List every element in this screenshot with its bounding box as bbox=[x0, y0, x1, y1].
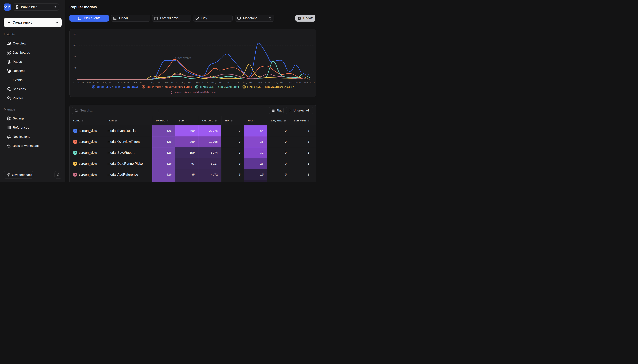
svg-text:Sat, 29/11: Sat, 29/11 bbox=[289, 82, 301, 84]
svg-text:Tue, 25/11: Tue, 25/11 bbox=[258, 82, 270, 84]
svg-text:Tue, 11/11: Tue, 11/11 bbox=[149, 82, 161, 84]
svg-text:6Ø: 6Ø bbox=[73, 44, 76, 47]
svg-text:Sun, Ø9/11: Sun, Ø9/11 bbox=[134, 82, 146, 84]
svg-text:proxy events: proxy events bbox=[175, 56, 191, 60]
svg-text:Mon, 17/11: Mon, 17/11 bbox=[196, 82, 208, 84]
svg-text:Fri, Ø7/11: Fri, Ø7/11 bbox=[118, 82, 130, 84]
svg-text:4Ø: 4Ø bbox=[73, 56, 76, 58]
svg-text:Mon, Ø1/1: Mon, Ø1/1 bbox=[304, 82, 315, 84]
svg-text:Mon, Ø3/11: Mon, Ø3/11 bbox=[87, 82, 99, 84]
svg-text:at, Ø1/11: at, Ø1/11 bbox=[73, 82, 84, 84]
svg-text:Wed, 19/11: Wed, 19/11 bbox=[211, 82, 224, 84]
svg-text:Wed, Ø5/11: Wed, Ø5/11 bbox=[103, 82, 115, 84]
svg-text:Thu, 13/11: Thu, 13/11 bbox=[165, 82, 177, 84]
svg-text:Sat, 15/11: Sat, 15/11 bbox=[180, 82, 192, 84]
svg-text:Ø: Ø bbox=[75, 78, 76, 81]
svg-text:Thu, 27/11: Thu, 27/11 bbox=[274, 82, 286, 84]
svg-text:Fri, 21/11: Fri, 21/11 bbox=[227, 82, 239, 84]
svg-text:Sun, 23/11: Sun, 23/11 bbox=[243, 82, 255, 84]
svg-text:2Ø: 2Ø bbox=[73, 67, 76, 70]
svg-text:8Ø: 8Ø bbox=[73, 34, 76, 36]
